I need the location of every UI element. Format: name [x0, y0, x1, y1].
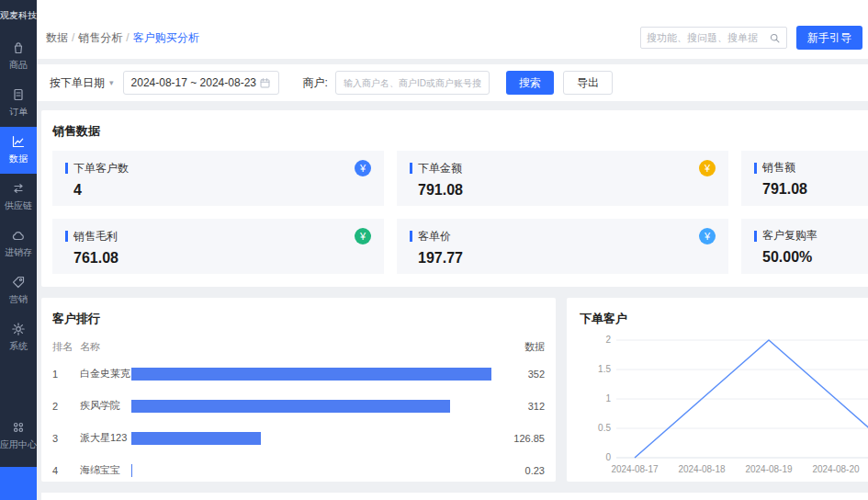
stat-label: 客单价: [418, 229, 451, 244]
customer-name: 海绵宝宝: [80, 463, 131, 477]
date-type-label: 按下单日期: [50, 75, 105, 91]
stat-card: 下单客户数¥ 4: [52, 151, 384, 206]
svg-text:2024-08-20: 2024-08-20: [812, 464, 860, 474]
merchant-search-input[interactable]: [335, 71, 490, 95]
sidebar-item-inventory[interactable]: 进销存: [0, 221, 37, 267]
line-chart-svg: 00.511.522024-08-172024-08-182024-08-192…: [580, 327, 868, 482]
customer-name: 疾风学院: [80, 399, 131, 413]
rank-value: 352: [491, 369, 545, 380]
sidebar-item-label: 进销存: [5, 246, 32, 259]
stat-card: 销售毛利¥ 761.08: [52, 219, 384, 274]
yuan-badge-icon: ¥: [699, 228, 716, 244]
sidebar-item-marketing[interactable]: 营销: [0, 267, 37, 314]
sidebar-item-orders[interactable]: 订单: [0, 80, 37, 127]
stat-label: 销售额: [762, 160, 795, 176]
svg-text:1: 1: [605, 393, 611, 403]
chevron-down-icon: ▾: [109, 78, 114, 87]
stat-value: 761.08: [65, 250, 371, 267]
search-button[interactable]: 搜索: [506, 71, 554, 95]
svg-text:0.5: 0.5: [598, 423, 611, 433]
stat-value: 791.08: [754, 181, 868, 198]
accent-bar: [410, 231, 412, 242]
sidebar-item-label: 营销: [9, 293, 28, 306]
top-right-controls: 新手引导: [640, 26, 862, 50]
yuan-badge-icon: ¥: [699, 160, 716, 176]
app-center-wrap: 应用中心: [0, 413, 37, 460]
sidebar-item-label: 订单: [9, 106, 28, 119]
sidebar: 观麦科技 商品订单数据供应链进销存营销系统 应用中心: [0, 0, 37, 500]
sidebar-item-label: 系统: [9, 340, 28, 353]
ranking-row: 1白金史莱克352: [52, 358, 545, 390]
svg-text:2024-08-19: 2024-08-19: [745, 464, 793, 474]
col-header-rank: 排名: [52, 340, 80, 354]
merchant-label: 商户:: [303, 75, 328, 91]
sidebar-item-label: 数据: [9, 153, 28, 165]
stat-label: 下单金额: [418, 161, 462, 176]
stat-value: 197.77: [410, 250, 716, 267]
rank-number: 1: [52, 369, 80, 380]
rank-bar: [131, 400, 450, 413]
date-range-value: 2024-08-17 ~ 2024-08-23: [131, 76, 256, 89]
global-search-input[interactable]: [647, 32, 769, 43]
global-search-box[interactable]: [640, 27, 787, 49]
ranking-rows: 1白金史莱克3522疾风学院3123派大星123126.854海绵宝宝0.23: [52, 358, 545, 486]
accent-bar: [754, 163, 757, 174]
stat-value: 791.08: [410, 182, 716, 199]
stat-card: 客户复购率 50.00%: [741, 219, 868, 274]
inventory-icon: [11, 228, 26, 243]
rank-number: 2: [52, 401, 80, 412]
calendar-icon: [259, 77, 271, 89]
sidebar-item-system[interactable]: 系统: [0, 314, 37, 361]
date-type-select[interactable]: 按下单日期 ▾: [50, 75, 114, 91]
accent-bar: [65, 163, 68, 174]
accent-bar: [410, 163, 412, 174]
sidebar-item-label: 应用中心: [0, 438, 37, 451]
top-header: 数据/销售分析/客户购买分析 新手引导: [37, 0, 868, 59]
data-icon: [11, 134, 26, 149]
sidebar-bottom-accent[interactable]: [0, 467, 37, 500]
bottom-row: 客户排行 排名名称数据 1白金史莱克3522疾风学院3123派大星123126.…: [41, 298, 868, 482]
breadcrumb-item[interactable]: 销售分析: [78, 31, 122, 44]
sidebar-item-supply[interactable]: 供应链: [0, 174, 37, 221]
sidebar-item-goods[interactable]: 商品: [0, 33, 37, 80]
export-button[interactable]: 导出: [563, 71, 613, 95]
breadcrumb-separator: /: [126, 31, 129, 44]
rank-value: 312: [491, 401, 545, 412]
orders-icon: [11, 87, 26, 102]
marketing-icon: [11, 275, 26, 290]
svg-text:2024-08-18: 2024-08-18: [678, 464, 726, 474]
svg-text:0: 0: [605, 452, 611, 462]
stat-label: 客户复购率: [762, 228, 817, 244]
order-customers-chart-card: 下单客户 00.511.522024-08-172024-08-182024-0…: [567, 298, 868, 482]
sidebar-item-appcenter[interactable]: 应用中心: [0, 413, 37, 460]
sales-section-title: 销售数据: [52, 123, 868, 140]
stat-label: 下单客户数: [73, 161, 129, 176]
col-header-value: 数据: [491, 340, 545, 354]
customer-name: 派大星123: [80, 431, 131, 445]
sidebar-item-label: 商品: [9, 59, 28, 72]
date-range-input[interactable]: 2024-08-17 ~ 2024-08-23: [123, 71, 279, 95]
yuan-badge-icon: ¥: [355, 228, 371, 244]
sidebar-item-data[interactable]: 数据: [0, 127, 37, 174]
breadcrumb-item[interactable]: 数据: [46, 31, 68, 44]
sidebar-item-label: 供应链: [5, 199, 32, 212]
svg-text:2024-08-17: 2024-08-17: [611, 464, 659, 474]
next-section-partial: [41, 493, 868, 500]
svg-text:2: 2: [605, 335, 611, 345]
sales-data-section: 销售数据 下单客户数¥ 4 下单金额¥ 791.08 销售额 791.08 销售…: [41, 110, 868, 287]
stat-value: 4: [65, 182, 371, 199]
svg-text:1.5: 1.5: [598, 364, 611, 374]
rank-number: 3: [52, 433, 80, 444]
rank-value: 0.23: [491, 465, 545, 476]
appcenter-icon: [11, 420, 26, 435]
system-icon: [11, 322, 26, 336]
col-header-name: 名称: [80, 340, 131, 354]
rank-value: 126.85: [491, 433, 545, 444]
rank-number: 4: [52, 465, 80, 476]
stat-value: 50.00%: [754, 249, 868, 266]
stat-card: 客单价¥ 197.77: [397, 219, 728, 274]
accent-bar: [754, 231, 757, 242]
chart-title: 下单客户: [580, 311, 868, 327]
guide-button[interactable]: 新手引导: [796, 26, 862, 50]
search-icon[interactable]: [769, 32, 781, 44]
